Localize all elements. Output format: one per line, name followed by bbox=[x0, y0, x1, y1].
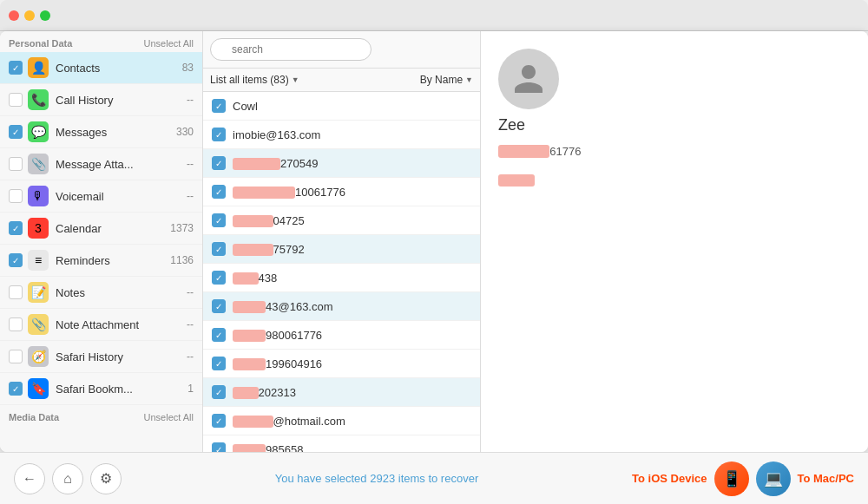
item-checkbox[interactable] bbox=[212, 414, 226, 428]
sidebar-item-note-attachments[interactable]: 📎 Note Attachment -- bbox=[0, 309, 202, 341]
sidebar-item-notes[interactable]: 📝 Notes -- bbox=[0, 277, 202, 309]
messages-count: 330 bbox=[176, 126, 194, 138]
call-history-count: -- bbox=[187, 94, 194, 106]
item-name: ████199604916 bbox=[233, 357, 322, 370]
contacts-checkbox[interactable] bbox=[9, 61, 23, 75]
home-button[interactable]: ⌂ bbox=[52, 463, 83, 494]
contact-phone: ██████61776 bbox=[498, 145, 581, 158]
sort-chevron: ▼ bbox=[465, 75, 473, 84]
item-checkbox[interactable] bbox=[212, 442, 226, 452]
status-text: You have selected 2923 items to recover bbox=[275, 472, 478, 485]
sort-button[interactable]: By Name ▼ bbox=[420, 74, 473, 86]
phone-blurred: ██████ bbox=[498, 145, 549, 158]
sidebar-item-safari-bookmarks[interactable]: 🔖 Safari Bookm... 1 bbox=[0, 373, 202, 405]
list-item[interactable]: ████980061776 bbox=[203, 321, 480, 350]
item-checkbox[interactable] bbox=[212, 128, 226, 141]
calendar-count: 1373 bbox=[170, 222, 194, 234]
list-item[interactable]: █████@hotmail.com bbox=[203, 407, 480, 435]
maximize-button[interactable] bbox=[40, 10, 50, 21]
safari-history-checkbox[interactable] bbox=[9, 350, 23, 363]
reminders-count: 1136 bbox=[170, 254, 194, 266]
sidebar-item-messages[interactable]: 💬 Messages 330 bbox=[0, 116, 202, 148]
list-item[interactable]: imobie@163.com bbox=[203, 121, 480, 149]
sidebar-item-safari-history[interactable]: 🧭 Safari History -- bbox=[0, 341, 202, 373]
avatar bbox=[498, 49, 559, 109]
list-item[interactable]: ████199604916 bbox=[203, 350, 480, 378]
item-name: ███438 bbox=[233, 272, 277, 285]
notes-checkbox[interactable] bbox=[9, 285, 23, 299]
contact-phone-field: ██████61776 bbox=[498, 145, 581, 158]
voicemail-label: Voicemail bbox=[56, 190, 187, 203]
item-checkbox[interactable] bbox=[212, 242, 226, 256]
list-item[interactable]: ████████10061776 bbox=[203, 178, 480, 206]
msgatt-label: Message Atta... bbox=[56, 158, 187, 171]
to-ios-button[interactable]: 📱 bbox=[714, 461, 749, 496]
list-item[interactable]: ███202313 bbox=[203, 378, 480, 407]
list-item[interactable]: ████985658 bbox=[203, 435, 480, 452]
list-item[interactable]: ██████270549 bbox=[203, 149, 480, 178]
search-wrapper: 🔍 bbox=[210, 38, 473, 61]
list-panel: 🔍 List all items (83) ▼ By Name ▼ Cowl bbox=[203, 31, 481, 452]
sidebar-item-calendar[interactable]: 3 Calendar 1373 bbox=[0, 213, 202, 245]
sidebar-item-call-history[interactable]: 📞 Call History -- bbox=[0, 84, 202, 116]
item-name: Cowl bbox=[233, 100, 258, 113]
item-checkbox[interactable] bbox=[212, 299, 226, 313]
list-item[interactable]: █████75792 bbox=[203, 235, 480, 264]
voicemail-icon: 🎙 bbox=[28, 186, 49, 206]
to-mac-button[interactable]: 💻 bbox=[756, 461, 791, 496]
item-name: █████75792 bbox=[233, 243, 305, 256]
call-history-checkbox[interactable] bbox=[9, 93, 23, 107]
label-blurred: ████ bbox=[498, 174, 535, 187]
item-checkbox[interactable] bbox=[212, 385, 226, 399]
phone-suffix: 61776 bbox=[549, 145, 581, 158]
item-checkbox[interactable] bbox=[212, 156, 226, 170]
sidebar-item-voicemail[interactable]: 🎙 Voicemail -- bbox=[0, 180, 202, 213]
sidebar-item-message-attachments[interactable]: 📎 Message Atta... -- bbox=[0, 148, 202, 180]
list-item[interactable]: █████04725 bbox=[203, 206, 480, 235]
noteatt-icon: 📎 bbox=[28, 314, 49, 335]
close-button[interactable] bbox=[9, 10, 19, 21]
item-checkbox[interactable] bbox=[212, 213, 226, 227]
item-name: ████980061776 bbox=[233, 329, 322, 342]
msgatt-checkbox[interactable] bbox=[9, 157, 23, 171]
list-all-chevron: ▼ bbox=[292, 75, 299, 84]
ios-label[interactable]: To iOS Device bbox=[632, 472, 707, 485]
list-item[interactable]: Cowl bbox=[203, 92, 480, 121]
item-name: █████@hotmail.com bbox=[233, 415, 345, 428]
list-all-button[interactable]: List all items (83) ▼ bbox=[210, 74, 299, 86]
item-checkbox[interactable] bbox=[212, 185, 226, 199]
safari-bookmarks-checkbox[interactable] bbox=[9, 382, 23, 396]
sidebar-item-reminders[interactable]: ≡ Reminders 1136 bbox=[0, 245, 202, 277]
item-name: imobie@163.com bbox=[233, 128, 320, 141]
contacts-count: 83 bbox=[182, 62, 194, 74]
mac-label[interactable]: To Mac/PC bbox=[798, 472, 855, 485]
item-checkbox[interactable] bbox=[212, 328, 226, 342]
call-history-label: Call History bbox=[56, 94, 187, 107]
title-bar bbox=[0, 0, 868, 31]
search-input[interactable] bbox=[210, 38, 372, 61]
noteatt-checkbox[interactable] bbox=[9, 317, 23, 331]
sidebar: Personal Data Unselect All 👤 Contacts 83… bbox=[0, 31, 203, 452]
list-item[interactable]: ████43@163.com bbox=[203, 292, 480, 321]
item-checkbox[interactable] bbox=[212, 99, 226, 113]
item-checkbox[interactable] bbox=[212, 357, 226, 370]
item-checkbox[interactable] bbox=[212, 271, 226, 285]
messages-icon: 💬 bbox=[28, 121, 49, 142]
voicemail-checkbox[interactable] bbox=[9, 189, 23, 203]
media-unselect-button[interactable]: Unselect All bbox=[144, 412, 194, 422]
minimize-button[interactable] bbox=[24, 10, 35, 21]
messages-checkbox[interactable] bbox=[9, 125, 23, 139]
sidebar-item-contacts[interactable]: 👤 Contacts 83 bbox=[0, 52, 202, 84]
personal-unselect-button[interactable]: Unselect All bbox=[144, 38, 194, 49]
list-all-label: List all items (83) bbox=[210, 74, 289, 86]
reminders-checkbox[interactable] bbox=[9, 253, 23, 267]
contact-list: Cowl imobie@163.com ██████270549 ███████… bbox=[203, 92, 480, 452]
calendar-checkbox[interactable] bbox=[9, 221, 23, 235]
contact-detail: Zee ██████61776 ████ bbox=[498, 49, 851, 187]
back-button[interactable]: ← bbox=[14, 463, 45, 494]
settings-button[interactable]: ⚙ bbox=[90, 463, 122, 494]
list-item[interactable]: ███438 bbox=[203, 264, 480, 292]
nav-buttons: ← ⌂ ⚙ bbox=[14, 463, 122, 494]
messages-label: Messages bbox=[56, 126, 176, 139]
status-suffix: items to recover bbox=[395, 472, 478, 485]
